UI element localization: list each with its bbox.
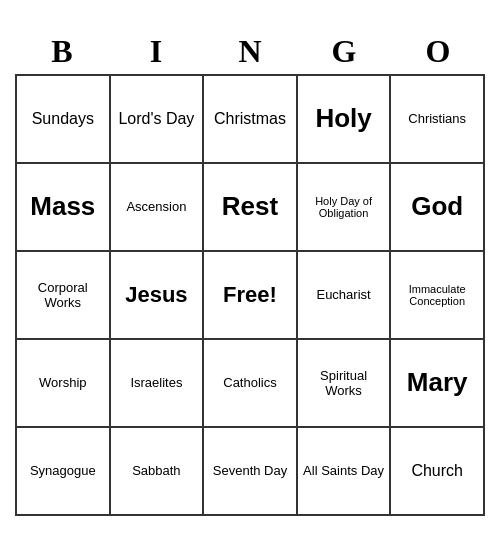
cell-text-0-2: Christmas — [214, 110, 286, 128]
grid-cell-2-3: Eucharist — [298, 252, 392, 340]
cell-text-4-1: Sabbath — [132, 463, 180, 478]
grid-cell-3-1: Israelites — [111, 340, 205, 428]
cell-text-2-1: Jesus — [125, 282, 187, 308]
grid-row-0: SundaysLord's DayChristmasHolyChristians — [17, 76, 485, 164]
header-letter-N: N — [203, 29, 297, 74]
grid-cell-0-1: Lord's Day — [111, 76, 205, 164]
grid-cell-3-2: Catholics — [204, 340, 298, 428]
grid-row-3: WorshipIsraelitesCatholicsSpiritual Work… — [17, 340, 485, 428]
bingo-grid: SundaysLord's DayChristmasHolyChristians… — [15, 74, 485, 516]
grid-cell-3-3: Spiritual Works — [298, 340, 392, 428]
cell-text-1-1: Ascension — [126, 199, 186, 214]
cell-text-4-0: Synagogue — [30, 463, 96, 478]
cell-text-4-4: Church — [411, 462, 463, 480]
cell-text-2-3: Eucharist — [316, 287, 370, 302]
grid-cell-3-0: Worship — [17, 340, 111, 428]
grid-cell-4-4: Church — [391, 428, 485, 516]
grid-cell-2-2: Free! — [204, 252, 298, 340]
cell-text-3-3: Spiritual Works — [302, 368, 386, 398]
grid-cell-3-4: Mary — [391, 340, 485, 428]
header-letter-I: I — [109, 29, 203, 74]
grid-cell-1-4: God — [391, 164, 485, 252]
cell-text-0-3: Holy — [315, 103, 371, 134]
bingo-card: BINGO SundaysLord's DayChristmasHolyChri… — [15, 29, 485, 516]
cell-text-3-4: Mary — [407, 367, 468, 398]
cell-text-1-0: Mass — [30, 191, 95, 222]
cell-text-2-4: Immaculate Conception — [395, 283, 479, 307]
grid-cell-1-0: Mass — [17, 164, 111, 252]
grid-row-1: MassAscensionRestHoly Day of ObligationG… — [17, 164, 485, 252]
cell-text-2-0: Corporal Works — [21, 280, 105, 310]
grid-cell-4-0: Synagogue — [17, 428, 111, 516]
cell-text-3-0: Worship — [39, 375, 86, 390]
grid-cell-2-0: Corporal Works — [17, 252, 111, 340]
grid-cell-0-2: Christmas — [204, 76, 298, 164]
grid-cell-0-3: Holy — [298, 76, 392, 164]
cell-text-1-4: God — [411, 191, 463, 222]
bingo-header: BINGO — [15, 29, 485, 74]
cell-text-3-1: Israelites — [130, 375, 182, 390]
grid-cell-4-2: Seventh Day — [204, 428, 298, 516]
cell-text-3-2: Catholics — [223, 375, 276, 390]
grid-cell-1-3: Holy Day of Obligation — [298, 164, 392, 252]
grid-cell-0-0: Sundays — [17, 76, 111, 164]
cell-text-2-2: Free! — [223, 282, 277, 308]
grid-row-2: Corporal WorksJesusFree!EucharistImmacul… — [17, 252, 485, 340]
grid-row-4: SynagogueSabbathSeventh DayAll Saints Da… — [17, 428, 485, 516]
cell-text-0-0: Sundays — [32, 110, 94, 128]
grid-cell-1-2: Rest — [204, 164, 298, 252]
cell-text-1-2: Rest — [222, 191, 278, 222]
cell-text-1-3: Holy Day of Obligation — [302, 195, 386, 219]
grid-cell-4-3: All Saints Day — [298, 428, 392, 516]
grid-cell-2-1: Jesus — [111, 252, 205, 340]
cell-text-0-4: Christians — [408, 111, 466, 126]
header-letter-B: B — [15, 29, 109, 74]
cell-text-0-1: Lord's Day — [118, 110, 194, 128]
grid-cell-0-4: Christians — [391, 76, 485, 164]
header-letter-O: O — [391, 29, 485, 74]
grid-cell-2-4: Immaculate Conception — [391, 252, 485, 340]
cell-text-4-2: Seventh Day — [213, 463, 287, 478]
header-letter-G: G — [297, 29, 391, 74]
grid-cell-1-1: Ascension — [111, 164, 205, 252]
cell-text-4-3: All Saints Day — [303, 463, 384, 478]
grid-cell-4-1: Sabbath — [111, 428, 205, 516]
